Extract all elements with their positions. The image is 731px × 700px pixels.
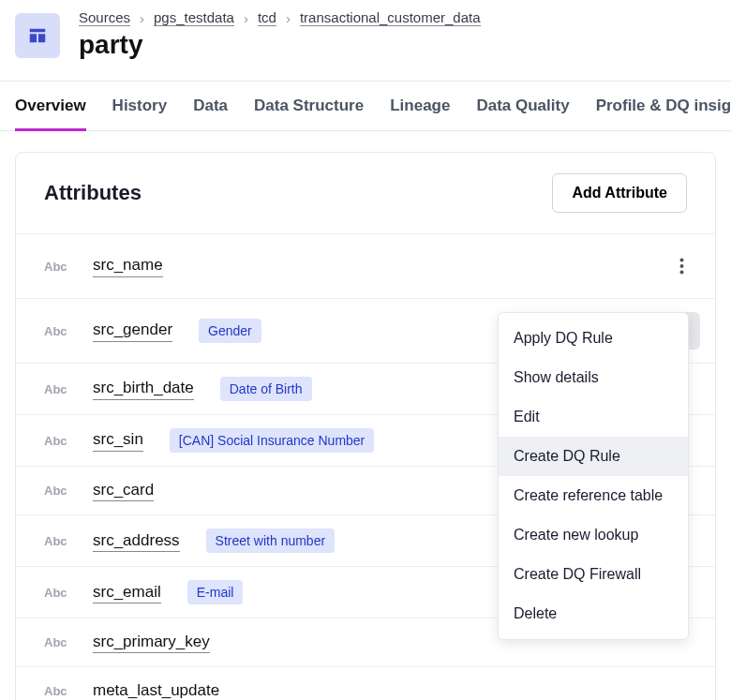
menu-item-delete[interactable]: Delete [499,594,688,633]
breadcrumb: Sources›pgs_testdata›tcd›transactional_c… [79,9,716,26]
menu-item-edit[interactable]: Edit [499,397,688,437]
row-actions-button[interactable] [663,247,700,285]
menu-item-create-reference-table[interactable]: Create reference table [499,476,688,515]
type-icon: Abc [44,382,76,396]
attribute-name[interactable]: src_primary_key [93,632,210,653]
tab-overview[interactable]: Overview [15,82,86,131]
context-menu: Apply DQ RuleShow detailsEditCreate DQ R… [498,312,689,640]
chevron-right-icon: › [140,10,144,26]
classification-badge[interactable]: Date of Birth [220,377,312,401]
attribute-row: Abcmeta_last_update [16,667,715,700]
menu-item-create-new-lookup[interactable]: Create new lookup [499,515,688,555]
attribute-row: Abcsrc_name [16,234,715,299]
attribute-name[interactable]: src_card [93,480,154,501]
classification-badge[interactable]: Street with number [206,529,336,553]
attribute-name[interactable]: src_gender [93,320,172,341]
type-icon: Abc [44,635,76,649]
add-attribute-button[interactable]: Add Attribute [552,173,687,213]
attribute-name[interactable]: src_name [93,255,163,276]
type-icon: Abc [44,586,76,600]
page-title: party [79,30,716,60]
tab-lineage[interactable]: Lineage [390,82,450,130]
type-icon: Abc [44,324,76,338]
attribute-name[interactable]: src_address [93,530,180,552]
type-icon: Abc [44,434,76,448]
chevron-right-icon: › [244,10,248,26]
classification-badge[interactable]: Gender [199,319,261,343]
attribute-name[interactable]: meta_last_update [93,680,219,700]
svg-point-0 [679,259,683,262]
type-icon: Abc [44,260,76,274]
entity-table-icon [15,13,60,58]
menu-item-create-dq-firewall[interactable]: Create DQ Firewall [499,555,688,594]
classification-badge[interactable]: E-mail [187,580,244,604]
breadcrumb-item[interactable]: tcd [258,9,276,26]
tab-data[interactable]: Data [193,82,228,130]
attribute-name[interactable]: src_birth_date [93,378,194,399]
tab-bar: OverviewHistoryDataData StructureLineage… [0,81,731,131]
panel-heading: Attributes [44,181,142,205]
type-icon: Abc [44,684,76,698]
svg-point-1 [679,264,683,268]
breadcrumb-item[interactable]: pgs_testdata [154,9,234,26]
classification-badge[interactable]: [CAN] Social Insurance Number [170,428,374,453]
tab-data-structure[interactable]: Data Structure [254,82,364,130]
tab-profile-dq-insight[interactable]: Profile & DQ insight [596,82,731,130]
svg-point-2 [679,271,683,275]
menu-item-show-details[interactable]: Show details [499,358,688,397]
chevron-right-icon: › [286,10,291,26]
attribute-name[interactable]: src_email [93,582,161,603]
breadcrumb-item[interactable]: Sources [79,9,130,26]
menu-item-create-dq-rule[interactable]: Create DQ Rule [499,437,688,476]
attributes-panel: Attributes Add Attribute Abcsrc_nameAbcs… [15,152,716,700]
type-icon: Abc [44,534,76,548]
breadcrumb-item[interactable]: transactional_customer_data [300,9,481,26]
attribute-name[interactable]: src_sin [93,429,143,451]
type-icon: Abc [44,484,76,498]
tab-data-quality[interactable]: Data Quality [476,82,569,130]
menu-item-apply-dq-rule[interactable]: Apply DQ Rule [499,319,688,358]
tab-history[interactable]: History [112,82,168,130]
